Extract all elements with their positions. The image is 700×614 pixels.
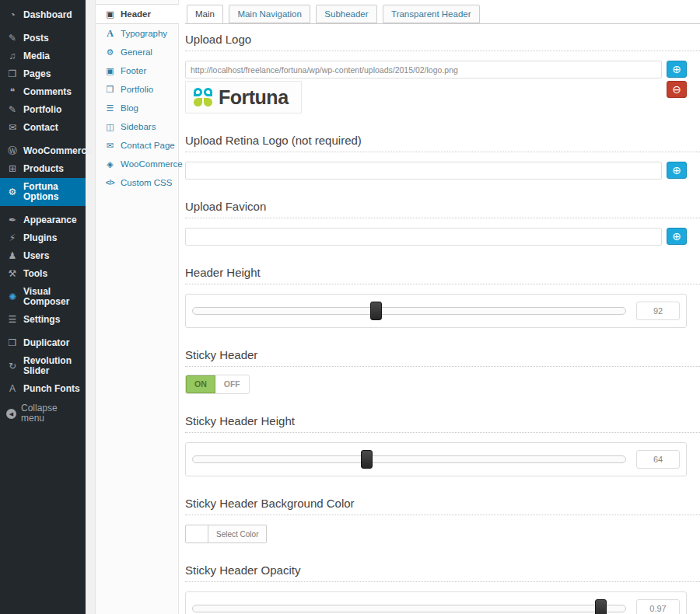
section-title: Sticky Header Background Color bbox=[185, 497, 700, 510]
tab-main-navigation[interactable]: Main Navigation bbox=[229, 5, 310, 23]
slider-handle[interactable] bbox=[595, 599, 607, 614]
sidebar-item-products[interactable]: ⊞ Products bbox=[0, 160, 86, 178]
sidebar-item-fortuna-options[interactable]: ⚙ Fortuna Options bbox=[0, 178, 86, 206]
options-menu-item-portfolio[interactable]: ❒ Portfolio bbox=[96, 80, 178, 99]
options-menu-item-woocommerce[interactable]: ◈ WooCommerce bbox=[96, 155, 178, 173]
options-menu-item-general[interactable]: ⚙ General bbox=[96, 43, 178, 61]
logo-url-input[interactable] bbox=[185, 61, 662, 78]
remove-media-button[interactable]: ⊖ bbox=[667, 81, 687, 98]
sidebar-item-label: Revolution Slider bbox=[23, 356, 81, 376]
tab-transparent-header[interactable]: Transparent Header bbox=[383, 5, 480, 23]
slider-value: 0.97 bbox=[636, 599, 680, 614]
sticky-header-opacity-slider: 0.97 bbox=[185, 591, 687, 614]
favicon-url-input[interactable] bbox=[185, 228, 662, 246]
divider bbox=[185, 581, 700, 582]
sidebar-item-revolution-slider[interactable]: ↻ Revolution Slider bbox=[0, 352, 86, 380]
sidebar-item-posts[interactable]: ✎ Posts bbox=[0, 30, 86, 47]
monitor-icon: ▣ bbox=[104, 9, 116, 19]
section-sticky-header-height: Sticky Header Height 64 bbox=[185, 414, 700, 476]
sidebar-item-duplicator[interactable]: ❒ Duplicator bbox=[0, 334, 86, 352]
sidebar-item-settings[interactable]: ☰ Settings bbox=[0, 311, 86, 329]
sidebar-item-tools[interactable]: ⚒ Tools bbox=[0, 265, 86, 283]
options-menu-item-custom-css[interactable]: </> Custom CSS bbox=[96, 173, 178, 192]
options-menu-item-sidebars[interactable]: ◫ Sidebars bbox=[96, 117, 178, 136]
collapse-arrow-icon: ◀ bbox=[6, 409, 16, 419]
sidebar-item-label: Users bbox=[23, 251, 49, 261]
sidebar-item-punch-fonts[interactable]: A Punch Fonts bbox=[0, 380, 86, 398]
envelope-icon: ✉ bbox=[104, 141, 116, 150]
color-swatch[interactable] bbox=[185, 525, 208, 543]
section-title: Upload Logo bbox=[185, 33, 700, 46]
brush-icon: ✒ bbox=[6, 215, 19, 225]
sidebar-item-media[interactable]: ♫ Media bbox=[0, 47, 86, 65]
sidebar-item-plugins[interactable]: ⚡ Plugins bbox=[0, 229, 86, 247]
add-media-button[interactable]: ⊕ bbox=[667, 61, 687, 78]
sidebar-item-visual-composer[interactable]: ✺ Visual Composer bbox=[0, 283, 86, 311]
header-height-slider: 92 bbox=[185, 294, 687, 328]
sidebar-item-label: Pages bbox=[23, 69, 51, 79]
sidebar-item-label: Duplicator bbox=[23, 338, 69, 348]
columns-icon: ◫ bbox=[104, 122, 116, 131]
slider-track[interactable] bbox=[192, 307, 626, 315]
select-color-button[interactable]: Select Color bbox=[208, 525, 267, 543]
section-sticky-header-bg-color: Sticky Header Background Color Select Co… bbox=[185, 497, 700, 543]
slider-handle[interactable] bbox=[370, 302, 382, 320]
sidebar-item-label: Dashboard bbox=[23, 10, 72, 20]
sidebar-item-label: Visual Composer bbox=[23, 287, 81, 307]
sidebar-item-appearance[interactable]: ✒ Appearance bbox=[0, 211, 86, 229]
sidebar-item-contact[interactable]: ✉ Contact bbox=[0, 119, 86, 137]
tab-subheader[interactable]: Subheader bbox=[316, 5, 376, 23]
sidebar-item-portfolio[interactable]: ✎ Portfolio bbox=[0, 101, 86, 119]
sidebar-item-label: Contact bbox=[23, 123, 58, 133]
options-menu-item-footer[interactable]: ▣ Footer bbox=[96, 61, 178, 80]
options-menu-label: Contact Page bbox=[121, 141, 175, 150]
section-header-height: Header Height 92 bbox=[185, 266, 700, 328]
plugin-icon: ⚡ bbox=[6, 233, 19, 243]
sidebar-item-woocommerce[interactable]: Ⓦ WooCommerce bbox=[0, 142, 86, 160]
options-menu-item-header[interactable]: ▣ Header bbox=[96, 4, 179, 24]
options-menu-label: Footer bbox=[121, 66, 146, 75]
section-title: Sticky Header bbox=[185, 348, 700, 361]
logo-text: Fortuna bbox=[219, 87, 289, 107]
sidebar-item-dashboard[interactable]: ◔ Dashboard bbox=[0, 6, 86, 24]
dashboard-icon: ◔ bbox=[6, 10, 19, 20]
user-icon: ♟ bbox=[6, 251, 19, 261]
header-tabs: Main Main Navigation Subheader Transpare… bbox=[185, 0, 700, 24]
slider-handle[interactable] bbox=[361, 450, 373, 469]
plus-circle-icon: ⊕ bbox=[672, 164, 681, 176]
sidebar-item-label: Plugins bbox=[23, 233, 57, 243]
section-upload-favicon: Upload Favicon ⊕ bbox=[185, 200, 700, 246]
divider bbox=[185, 432, 700, 433]
add-media-button[interactable]: ⊕ bbox=[667, 162, 687, 179]
slider-track[interactable] bbox=[192, 605, 626, 612]
sidebar-item-comments[interactable]: ❝ Comments bbox=[0, 83, 86, 101]
options-menu-label: Custom CSS bbox=[121, 178, 172, 187]
pages-icon: ❐ bbox=[6, 69, 19, 79]
woocommerce-icon: Ⓦ bbox=[6, 146, 19, 156]
sidebar-item-label: WooCommerce bbox=[23, 146, 92, 156]
sidebar-item-pages[interactable]: ❐ Pages bbox=[0, 65, 86, 83]
options-menu-label: WooCommerce bbox=[121, 159, 183, 169]
options-menu-label: Sidebars bbox=[121, 122, 156, 131]
add-media-button[interactable]: ⊕ bbox=[667, 228, 687, 245]
toggle-off-button[interactable]: OFF bbox=[215, 375, 249, 393]
tab-main[interactable]: Main bbox=[187, 5, 223, 23]
products-icon: ⊞ bbox=[6, 164, 19, 174]
divider bbox=[185, 515, 700, 515]
visual-composer-icon: ✺ bbox=[6, 292, 19, 302]
slider-value: 92 bbox=[636, 302, 680, 320]
retina-logo-url-input[interactable] bbox=[185, 162, 662, 180]
options-menu-item-contact-page[interactable]: ✉ Contact Page bbox=[96, 136, 178, 155]
options-menu-item-typography[interactable]: A Typography bbox=[96, 24, 178, 43]
sidebar-item-users[interactable]: ♟ Users bbox=[0, 247, 86, 265]
options-menu-item-blog[interactable]: ☰ Blog bbox=[96, 99, 178, 117]
font-icon: A bbox=[6, 384, 19, 394]
color-picker: Select Color bbox=[185, 525, 687, 543]
toggle-on-button[interactable]: ON bbox=[186, 375, 215, 393]
collapse-menu-button[interactable]: ◀ Collapse menu bbox=[0, 399, 86, 427]
options-menu-label: General bbox=[121, 47, 152, 57]
slider-track[interactable] bbox=[192, 455, 626, 463]
section-title: Sticky Header Opacity bbox=[185, 563, 700, 577]
section-title: Header Height bbox=[185, 266, 700, 279]
gear-icon: ⚙ bbox=[104, 47, 116, 57]
